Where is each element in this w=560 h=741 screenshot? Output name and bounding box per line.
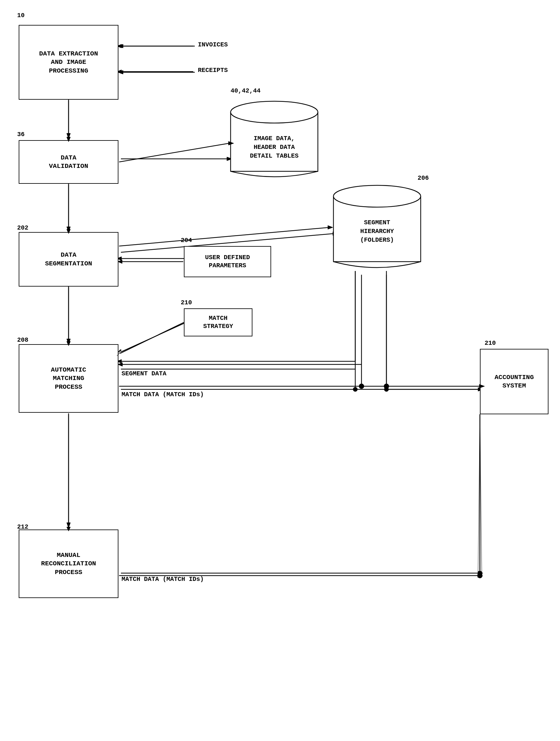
svg-text:SEGMENT: SEGMENT [364, 219, 390, 226]
match-strategy-box: MATCH STRATEGY [184, 309, 252, 336]
svg-marker-5 [67, 133, 70, 139]
svg-marker-9 [67, 227, 70, 232]
data-validation-box: DATA VALIDATION [19, 140, 118, 184]
svg-line-52 [119, 143, 229, 162]
match-data-2-label: MATCH DATA (MATCH IDs) [122, 576, 204, 583]
user-defined-box: USER DEFINED PARAMETERS [184, 246, 271, 277]
segment-data-label: SEGMENT DATA [122, 370, 167, 377]
ref-404244: 40,42,44 [231, 87, 260, 94]
svg-marker-78 [478, 574, 482, 578]
svg-point-27 [384, 387, 389, 392]
svg-marker-35 [478, 571, 483, 575]
svg-point-23 [353, 387, 358, 392]
data-segmentation-label: DATA SEGMENTATION [45, 251, 92, 268]
svg-point-42 [333, 185, 421, 207]
ref-202: 202 [17, 224, 28, 231]
svg-text:HEADER DATA: HEADER DATA [254, 144, 295, 151]
ref-208: 208 [17, 336, 28, 344]
ref-206-seg: 206 [418, 175, 429, 182]
svg-marker-47 [118, 44, 123, 48]
data-validation-label: DATA VALIDATION [49, 153, 88, 171]
accounting-system-label: ACCOUNTING SYSTEM [495, 373, 534, 390]
svg-point-71 [384, 384, 389, 389]
data-extraction-label: DATA EXTRACTION AND IMAGE PROCESSING [39, 50, 98, 75]
svg-line-58 [119, 227, 330, 246]
svg-text:HIERARCHY: HIERARCHY [360, 228, 394, 235]
svg-marker-49 [118, 70, 123, 74]
svg-point-37 [231, 101, 318, 123]
data-segmentation-box: DATA SEGMENTATION [19, 232, 118, 286]
ref-10: 10 [17, 12, 24, 19]
ref-204: 204 [181, 237, 192, 244]
invoices-label: INVOICES [198, 41, 228, 48]
svg-text:(FOLDERS): (FOLDERS) [360, 237, 394, 244]
manual-reconciliation-box: MANUAL RECONCILIATION PROCESS [19, 530, 118, 598]
svg-marker-34 [478, 414, 482, 572]
match-data-1-label: MATCH DATA (MATCH IDs) [122, 391, 204, 398]
svg-marker-66 [118, 362, 122, 366]
data-extraction-box: DATA EXTRACTION AND IMAGE PROCESSING [19, 25, 118, 100]
accounting-system-box: ACCOUNTING SYSTEM [480, 349, 549, 414]
svg-text:DETAIL TABLES: DETAIL TABLES [250, 152, 299, 159]
svg-marker-15 [67, 339, 70, 344]
svg-point-32 [478, 571, 482, 575]
receipts-label: RECEIPTS [198, 67, 228, 74]
manual-reconciliation-label: MANUAL RECONCILIATION PROCESS [41, 551, 96, 577]
svg-point-68 [359, 384, 364, 389]
svg-marker-57 [118, 260, 122, 264]
svg-line-62 [120, 322, 184, 353]
svg-marker-30 [67, 523, 70, 528]
svg-point-74 [478, 573, 482, 578]
automatic-matching-label: AUTOMATIC MATCHING PROCESS [51, 366, 86, 391]
ref-210-match: 210 [181, 299, 192, 306]
automatic-matching-box: AUTOMATIC MATCHING PROCESS [19, 344, 118, 413]
svg-text:IMAGE DATA,: IMAGE DATA, [254, 135, 295, 142]
ref-36: 36 [17, 131, 24, 138]
user-defined-label: USER DEFINED PARAMETERS [205, 254, 250, 270]
match-strategy-label: MATCH STRATEGY [203, 314, 233, 331]
ref-210-acc: 210 [485, 339, 496, 347]
